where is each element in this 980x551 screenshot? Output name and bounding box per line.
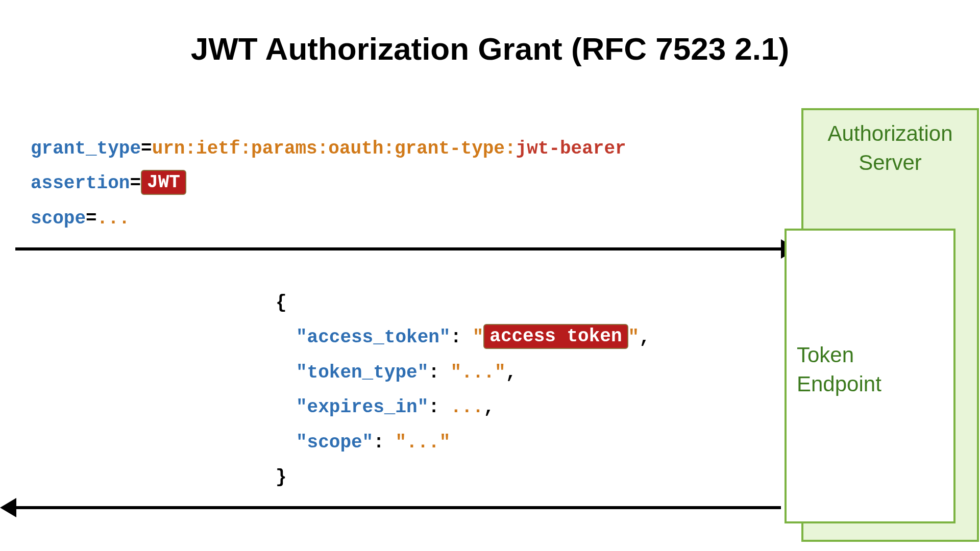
brace-open: { [276,286,650,320]
access-token-key: "access_token" [296,327,450,348]
token-type-key: "token_type" [296,362,428,383]
expires-in-key: "expires_in" [296,397,428,418]
slide-title: JWT Authorization Grant (RFC 7523 2.1) [0,31,980,67]
response-arrow [15,506,781,509]
scope-key: scope [31,208,86,229]
equals-sign: = [130,173,141,194]
equals-sign: = [86,208,97,229]
token-endpoint-label: Token Endpoint [797,341,943,398]
json-quote-close: " [628,327,640,348]
request-arrow [15,247,781,251]
scope-value: ... [97,208,130,229]
response-scope-key: "scope" [296,432,373,453]
grant-type-key: grant_type [31,138,141,159]
token-type-value: "..." [450,362,505,383]
response-json: { "access_token": "access token", "token… [276,286,650,495]
access-token-badge: access token [483,324,628,349]
json-colon: : [428,397,439,418]
json-colon: : [373,432,384,453]
request-params: grant_type=urn:ietf:params:oauth:grant-t… [31,132,626,236]
scope-line: scope=... [31,202,626,236]
json-comma: , [639,327,650,348]
json-comma: , [483,397,495,418]
expires-in-line: "expires_in": ..., [276,390,650,425]
equals-sign: = [141,138,152,159]
grant-type-prefix: urn:ietf:params:oauth:grant-type: [152,138,516,159]
assertion-line: assertion=JWT [31,166,626,201]
response-arrowhead-icon [0,498,16,517]
jwt-badge: JWT [141,170,186,195]
authorization-server-label: Authorization Server [803,119,977,177]
grant-type-line: grant_type=urn:ietf:params:oauth:grant-t… [31,132,626,166]
json-colon: : [450,327,461,348]
grant-type-suffix: jwt-bearer [516,138,626,159]
access-token-line: "access_token": "access token", [276,320,650,355]
json-comma: , [506,362,517,383]
response-scope-line: "scope": "..." [276,425,650,460]
expires-in-value: ... [450,397,483,418]
json-quote-open: " [473,327,484,348]
brace-close: } [276,460,650,495]
token-endpoint-box: Token Endpoint [785,229,955,523]
response-scope-value: "..." [395,432,450,453]
token-type-line: "token_type": "...", [276,356,650,390]
json-colon: : [428,362,439,383]
assertion-key: assertion [31,173,130,194]
